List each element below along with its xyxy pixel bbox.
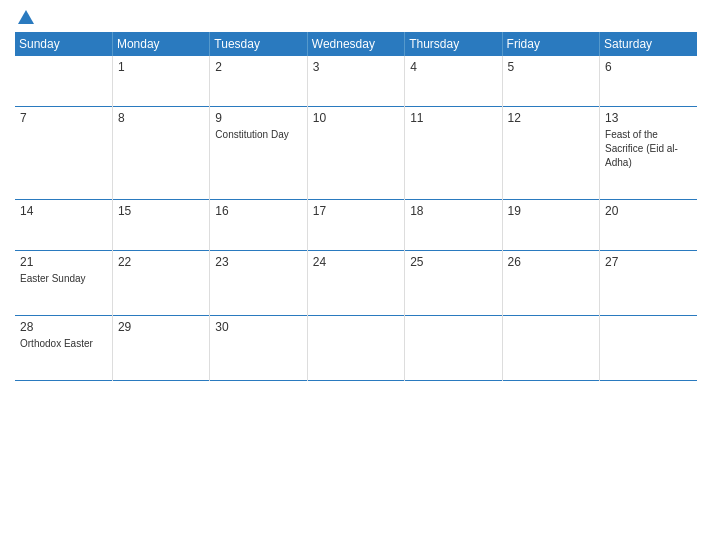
calendar-cell: 27 [600,251,697,316]
week-row-3: 14151617181920 [15,200,697,251]
calendar-cell: 7 [15,107,112,200]
logo-blue-text [15,10,34,24]
calendar-cell: 5 [502,56,599,107]
calendar-cell: 8 [112,107,209,200]
day-number: 14 [20,204,107,218]
event-label: Orthodox Easter [20,338,93,349]
calendar-cell [600,316,697,381]
day-number: 11 [410,111,496,125]
calendar-table: SundayMondayTuesdayWednesdayThursdayFrid… [15,32,697,381]
day-number: 13 [605,111,692,125]
day-number: 7 [20,111,107,125]
calendar-cell [502,316,599,381]
logo-triangle-icon [18,10,34,24]
calendar-cell [15,56,112,107]
day-number: 29 [118,320,204,334]
week-row-4: 21Easter Sunday222324252627 [15,251,697,316]
weekday-header-saturday: Saturday [600,32,697,56]
calendar-cell: 28Orthodox Easter [15,316,112,381]
calendar-cell: 15 [112,200,209,251]
day-number: 5 [508,60,594,74]
calendar-cell: 4 [405,56,502,107]
calendar-cell: 19 [502,200,599,251]
day-number: 18 [410,204,496,218]
day-number: 21 [20,255,107,269]
day-number: 19 [508,204,594,218]
day-number: 4 [410,60,496,74]
weekday-header-thursday: Thursday [405,32,502,56]
day-number: 30 [215,320,301,334]
event-label: Constitution Day [215,129,288,140]
calendar-cell [405,316,502,381]
weekday-header-tuesday: Tuesday [210,32,307,56]
weekday-header-wednesday: Wednesday [307,32,404,56]
day-number: 1 [118,60,204,74]
day-number: 6 [605,60,692,74]
calendar-cell: 2 [210,56,307,107]
calendar-cell: 1 [112,56,209,107]
day-number: 3 [313,60,399,74]
calendar-cell: 29 [112,316,209,381]
day-number: 8 [118,111,204,125]
header [15,10,697,24]
calendar-cell: 21Easter Sunday [15,251,112,316]
day-number: 17 [313,204,399,218]
calendar-cell: 11 [405,107,502,200]
calendar-cell: 9Constitution Day [210,107,307,200]
day-number: 10 [313,111,399,125]
calendar-page: SundayMondayTuesdayWednesdayThursdayFrid… [0,0,712,550]
calendar-cell: 17 [307,200,404,251]
weekday-header-row: SundayMondayTuesdayWednesdayThursdayFrid… [15,32,697,56]
day-number: 20 [605,204,692,218]
calendar-cell: 26 [502,251,599,316]
day-number: 16 [215,204,301,218]
calendar-cell: 6 [600,56,697,107]
weekday-header-monday: Monday [112,32,209,56]
calendar-cell: 22 [112,251,209,316]
event-label: Feast of the Sacrifice (Eid al-Adha) [605,129,678,168]
day-number: 27 [605,255,692,269]
week-row-1: 123456 [15,56,697,107]
calendar-cell: 18 [405,200,502,251]
day-number: 25 [410,255,496,269]
day-number: 28 [20,320,107,334]
day-number: 2 [215,60,301,74]
calendar-cell: 20 [600,200,697,251]
day-number: 26 [508,255,594,269]
calendar-cell: 23 [210,251,307,316]
calendar-cell: 16 [210,200,307,251]
calendar-cell: 12 [502,107,599,200]
day-number: 12 [508,111,594,125]
day-number: 15 [118,204,204,218]
calendar-cell: 3 [307,56,404,107]
calendar-cell: 30 [210,316,307,381]
week-row-5: 28Orthodox Easter2930 [15,316,697,381]
event-label: Easter Sunday [20,273,86,284]
day-number: 23 [215,255,301,269]
day-number: 22 [118,255,204,269]
calendar-cell: 25 [405,251,502,316]
calendar-cell: 14 [15,200,112,251]
day-number: 24 [313,255,399,269]
logo [15,10,34,24]
calendar-cell: 13Feast of the Sacrifice (Eid al-Adha) [600,107,697,200]
calendar-cell [307,316,404,381]
calendar-cell: 24 [307,251,404,316]
day-number: 9 [215,111,301,125]
calendar-cell: 10 [307,107,404,200]
week-row-2: 789Constitution Day10111213Feast of the … [15,107,697,200]
weekday-header-sunday: Sunday [15,32,112,56]
weekday-header-friday: Friday [502,32,599,56]
